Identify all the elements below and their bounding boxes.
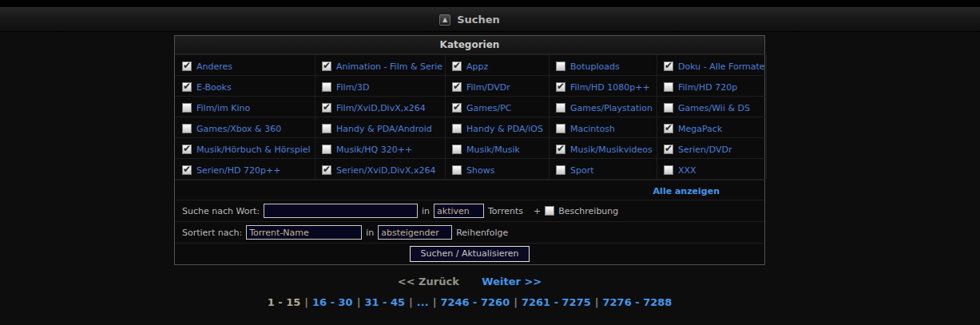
category-label[interactable]: Musik/Hörbuch & Hörspiel (196, 145, 311, 155)
category-checkbox[interactable] (452, 61, 462, 71)
pagination-link[interactable]: 7246 - 7260 (440, 296, 510, 308)
category-checkbox[interactable] (322, 145, 331, 154)
category-label[interactable]: Serien/DVDr (678, 145, 732, 155)
category-label[interactable]: E-Books (196, 82, 232, 93)
category-checkbox[interactable] (452, 82, 462, 92)
collapse-toggle-icon[interactable]: ▲ (439, 14, 450, 26)
plus-label: + (534, 206, 541, 216)
show-all-link[interactable]: Alle anzeigen (653, 186, 720, 196)
category-checkbox[interactable] (182, 82, 192, 92)
category-label[interactable]: Musik/Musik (466, 145, 520, 155)
sort-field-select[interactable]: Torrent-Name (246, 225, 362, 240)
category-label[interactable]: XXX (678, 165, 696, 176)
pagination-link[interactable]: 16 - 30 (312, 296, 353, 308)
category-label[interactable]: Games/PC (466, 103, 512, 113)
pagination-link[interactable]: ... (417, 296, 429, 308)
categories-title: Kategorien (175, 36, 764, 54)
category-label[interactable]: Shows (466, 165, 494, 176)
category-label[interactable]: Games/Wii & DS (678, 103, 750, 113)
pagination-separator: | (357, 296, 361, 308)
search-input[interactable] (264, 204, 418, 218)
description-checkbox[interactable] (545, 206, 554, 216)
category-cell: Games/Xbox & 360 (176, 117, 315, 138)
categories-body: AnderesAnimation - Film & SerieAppzBotup… (176, 55, 767, 180)
category-checkbox[interactable] (322, 82, 331, 92)
category-checkbox[interactable] (322, 61, 331, 71)
back-link[interactable]: << Zurück (398, 275, 459, 287)
category-label[interactable]: Games/Xbox & 360 (196, 124, 281, 134)
pagination: 1 - 15|16 - 30|31 - 45|...|7246 - 7260|7… (0, 296, 939, 308)
category-checkbox[interactable] (664, 124, 673, 133)
category-checkbox[interactable] (322, 165, 331, 175)
category-cell: Appz (446, 55, 550, 76)
category-label[interactable]: Botuploads (570, 61, 620, 72)
category-label[interactable]: Handy & PDA/iOS (466, 124, 543, 134)
pagination-link[interactable]: 7261 - 7275 (522, 296, 591, 308)
category-checkbox[interactable] (182, 165, 192, 175)
category-checkbox[interactable] (322, 103, 331, 113)
search-refresh-button[interactable]: Suchen / Aktualisieren (410, 246, 529, 262)
category-label[interactable]: Games/Playstation (570, 103, 653, 113)
category-cell: Animation - Film & Serie (315, 55, 446, 76)
category-label[interactable]: Film/3D (336, 82, 370, 93)
category-cell: Macintosh (550, 117, 657, 138)
category-checkbox[interactable] (182, 124, 192, 133)
category-label[interactable]: Film/im Kino (196, 103, 250, 113)
category-checkbox[interactable] (452, 145, 462, 154)
category-label[interactable]: Appz (466, 61, 488, 72)
category-checkbox[interactable] (182, 145, 192, 154)
category-label[interactable]: Serien/HD 720p++ (196, 165, 280, 176)
torrents-label: Torrents (488, 206, 523, 216)
category-cell: Games/PC (446, 97, 550, 117)
category-checkbox[interactable] (556, 145, 565, 154)
category-row: Serien/HD 720p++Serien/XviD,DivX,x264Sho… (176, 159, 767, 180)
category-label[interactable]: Sport (570, 165, 594, 176)
in-label-2: in (366, 228, 374, 238)
category-checkbox[interactable] (182, 103, 192, 113)
pagination-link[interactable]: 7276 - 7288 (603, 296, 673, 308)
category-label[interactable]: MegaPack (678, 124, 722, 134)
category-checkbox[interactable] (664, 61, 673, 71)
category-label[interactable]: Film/HD 720p (678, 82, 737, 93)
category-label[interactable]: Serien/XviD,DivX,x264 (336, 165, 435, 176)
category-checkbox[interactable] (452, 165, 462, 175)
category-checkbox[interactable] (664, 103, 673, 113)
category-label[interactable]: Doku - Alle Formate (678, 61, 765, 72)
category-checkbox[interactable] (182, 61, 192, 71)
category-checkbox[interactable] (556, 103, 565, 113)
category-checkbox[interactable] (556, 124, 565, 133)
category-label[interactable]: Handy & PDA/Android (336, 124, 432, 134)
show-all-row: Alle anzeigen (175, 180, 764, 200)
category-checkbox[interactable] (452, 103, 462, 113)
next-link[interactable]: Weiter >> (482, 275, 542, 287)
sort-label: Sortiert nach: (182, 228, 242, 238)
category-label[interactable]: Musik/Musikvideos (570, 145, 653, 155)
category-cell: Film/HD 1080p++ (550, 76, 657, 97)
category-label[interactable]: Film/DVDr (466, 82, 510, 93)
search-panel: Kategorien AnderesAnimation - Film & Ser… (174, 35, 765, 265)
category-checkbox[interactable] (452, 124, 462, 133)
pagination-link[interactable]: 31 - 45 (364, 296, 405, 308)
category-cell: Serien/XviD,DivX,x264 (315, 159, 446, 180)
category-checkbox[interactable] (664, 165, 673, 175)
category-label[interactable]: Musik/HQ 320++ (336, 145, 412, 155)
pagination-separator: | (304, 296, 308, 308)
category-label[interactable]: Macintosh (570, 124, 615, 134)
torrent-scope-select[interactable]: aktiven (434, 204, 484, 218)
category-label[interactable]: Animation - Film & Serie (336, 61, 442, 72)
category-label[interactable]: Film/XviD,DivX,x264 (336, 103, 426, 113)
category-cell: MegaPack (657, 117, 767, 138)
category-cell: Handy & PDA/Android (315, 117, 446, 138)
category-label[interactable]: Film/HD 1080p++ (570, 82, 650, 93)
category-checkbox[interactable] (556, 82, 565, 92)
category-label[interactable]: Anderes (196, 61, 232, 72)
category-checkbox[interactable] (556, 61, 565, 71)
pagination-separator: | (433, 296, 437, 308)
sort-order-select[interactable]: absteigender (378, 225, 452, 240)
category-checkbox[interactable] (664, 82, 673, 92)
category-checkbox[interactable] (556, 165, 565, 175)
category-checkbox[interactable] (664, 145, 673, 154)
category-cell: Film/HD 720p (657, 76, 767, 97)
category-checkbox[interactable] (322, 124, 331, 133)
category-cell: Botuploads (550, 55, 657, 76)
